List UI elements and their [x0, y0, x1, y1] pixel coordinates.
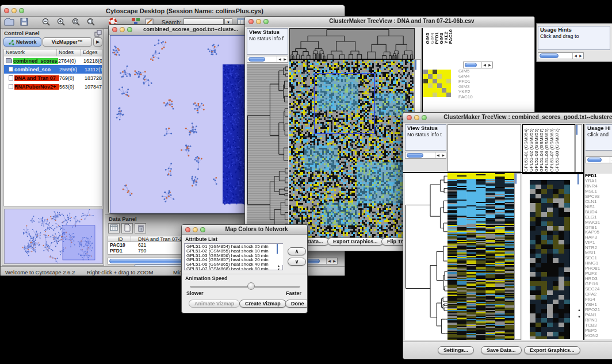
birdseye-overview[interactable] — [4, 209, 103, 264]
matrix-cell — [428, 70, 433, 74]
treeview1-titlebar[interactable]: ClusterMaker TreeView : DNA and Tran 07-… — [245, 17, 534, 26]
treeview1-title: ClusterMaker TreeView : DNA and Tran 07-… — [273, 18, 531, 24]
save-session-button[interactable] — [18, 17, 30, 28]
network-edges-count: 107847(0) — [85, 84, 102, 90]
array-labels: GPL51-01 (GSM854)GPL51-02 (GSM855)GPL51-… — [523, 125, 575, 172]
network-list: combined_scores 2764(0) 16218(0) combine… — [3, 56, 102, 206]
matrix-cell — [437, 70, 442, 74]
export-graphics-button[interactable]: Export Graphics... — [327, 237, 384, 246]
zoomed-heatmap[interactable] — [530, 180, 570, 339]
gene-label[interactable]: MON2 — [585, 334, 612, 339]
network-type-icon — [9, 84, 13, 89]
attribute-item[interactable]: GPL51-02 (GSM855) heat shock 10 min — [186, 249, 282, 254]
gene-dendrogram[interactable] — [247, 64, 288, 242]
zoom-selected-icon[interactable] — [85, 17, 97, 28]
row-id: PAC10 — [108, 242, 131, 248]
minimize-button[interactable] — [414, 115, 419, 120]
close-button[interactable] — [248, 19, 254, 24]
array-label[interactable]: GPL51-08 (GSM872) — [555, 125, 560, 172]
new-attribute-icon[interactable] — [121, 223, 133, 233]
gene-list-scrollbar[interactable] — [577, 174, 584, 214]
zoom-window-button[interactable] — [422, 115, 427, 120]
tab-network[interactable]: Network — [3, 37, 41, 47]
minimize-button[interactable] — [120, 27, 125, 32]
column-dendrogram[interactable] — [289, 28, 415, 59]
matrix-cell — [428, 93, 433, 97]
more-tabs-button[interactable]: ▶ — [93, 37, 102, 47]
matrix-cell — [446, 74, 451, 79]
zoom-in-icon[interactable] — [55, 17, 67, 28]
create-vizmap-button[interactable]: Create Vizmap — [239, 300, 286, 308]
animate-vizmap-button[interactable]: Animate Vizmap — [189, 300, 240, 308]
network-canvas[interactable] — [110, 35, 248, 213]
minimize-button[interactable] — [256, 19, 261, 24]
zoom-out-icon[interactable] — [40, 17, 52, 28]
attribute-select-icon[interactable] — [108, 223, 120, 233]
scroll-down-icon[interactable]: ▼ — [277, 267, 280, 271]
label-v-scrollbar[interactable] — [575, 124, 582, 173]
open-file-button[interactable] — [3, 17, 16, 28]
close-button[interactable] — [112, 27, 117, 32]
matrix-cell — [423, 70, 428, 74]
animation-speed-slider[interactable] — [190, 282, 300, 290]
minimize-button[interactable] — [12, 8, 17, 13]
matrix-cell — [442, 79, 446, 83]
scroll-up-icon[interactable]: ▲ — [577, 308, 581, 312]
attribute-list-scrollbar[interactable] — [276, 244, 283, 265]
zoom-fit-icon[interactable] — [70, 17, 82, 28]
dialog-titlebar[interactable]: Map Colors to Network — [182, 225, 307, 235]
expression-heatmap[interactable] — [447, 173, 514, 340]
delete-attribute-icon[interactable] — [135, 223, 146, 233]
network-row[interactable]: combined_scores 2764(0) 16218(0) — [4, 56, 102, 65]
label-panel-scrollbar[interactable]: ◀▶ — [463, 62, 493, 68]
slider-thumb[interactable] — [247, 282, 255, 290]
usage-hints-scrollbar[interactable]: ◀▶ — [586, 156, 612, 163]
export-graphics-button[interactable]: Export Graphics... — [524, 346, 580, 354]
heatmap-v-scrollbar[interactable] — [514, 173, 521, 340]
zoom-window-button[interactable] — [127, 27, 132, 32]
view-status-scrollbar[interactable]: ◀▶ — [405, 152, 446, 159]
matrix-cell — [442, 88, 446, 93]
attribute-item[interactable]: GPL51-01 (GSM854) heat shock 05 min — [186, 244, 282, 249]
close-button[interactable] — [407, 115, 412, 120]
gene-label[interactable]: PAC10 — [458, 95, 487, 100]
matrix-cell — [437, 83, 442, 88]
usage-hints-scrollbar[interactable]: ◀▶ — [538, 52, 584, 59]
scroll-down-icon[interactable]: ▼ — [577, 315, 581, 319]
attribute-item[interactable]: GPL51-03 (GSM856) heat shock 15 min — [186, 254, 282, 258]
column-labels: GIM5GIM4PFD1GIM3YKE2PAC10 — [426, 29, 454, 58]
expression-heatmap[interactable] — [289, 59, 414, 243]
tab-vizmapper[interactable]: VizMapper™ — [43, 37, 92, 47]
zoom-window-button[interactable] — [19, 8, 24, 13]
minimize-button[interactable] — [193, 227, 198, 232]
gene-dendrogram[interactable] — [405, 173, 447, 340]
network-view-titlebar[interactable]: combined_scores_good.txt--cluste... — [109, 25, 248, 35]
column-label[interactable]: PAC10 — [449, 29, 453, 44]
network-edges-count: 13112(15) — [85, 67, 102, 72]
attribute-item[interactable]: GPL51-06 (GSM865) heat shock 40 min — [186, 262, 282, 267]
zoom-window-button[interactable] — [200, 227, 205, 232]
attribute-item[interactable]: GPL51-04 (GSM857) heat shock 20 min — [186, 258, 282, 262]
column-tree-area[interactable] — [447, 124, 521, 172]
matrix-cell — [442, 83, 446, 88]
control-panel: Control Panel Network VizMapper™ ▶ Netwo… — [2, 29, 104, 266]
treeview2-titlebar[interactable]: ClusterMaker TreeView : combined_scores_… — [403, 113, 612, 122]
zoom-window-button[interactable] — [263, 19, 269, 24]
close-button[interactable] — [185, 227, 190, 232]
network-row[interactable]: combined_sco 2569(6) 13112(15) — [4, 65, 102, 74]
move-down-button[interactable]: ∨ — [288, 258, 306, 266]
close-button[interactable] — [4, 8, 9, 13]
done-button[interactable]: Done — [285, 300, 308, 308]
desktop: Cytoscape Desktop (Session Name: collins… — [0, 0, 612, 364]
move-up-button[interactable]: ∧ — [288, 247, 306, 255]
matrix-cell — [442, 74, 446, 79]
view-status-scrollbar[interactable]: ◀▶ — [247, 56, 288, 63]
similarity-matrix[interactable] — [423, 70, 451, 97]
network-row[interactable]: RNAPuberNov2+ 563(0) 107847(0) — [4, 82, 102, 91]
settings-button[interactable]: Settings... — [438, 346, 474, 354]
main-titlebar[interactable]: Cytoscape Desktop (Session Name: collins… — [1, 5, 345, 17]
attribute-item[interactable]: GPL51-07 (GSM868) heat shock 60 min — [186, 267, 282, 270]
save-data-button[interactable]: Save Data... — [481, 346, 522, 354]
matrix-cell — [437, 79, 442, 83]
network-row[interactable]: DNA and Tran 07 769(0) 183728(0) — [4, 74, 102, 82]
